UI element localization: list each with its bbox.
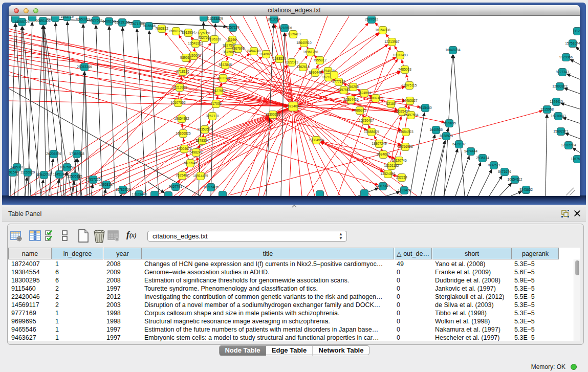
svg-text:7663822: 7663822 xyxy=(155,27,168,30)
svg-text:14055724: 14055724 xyxy=(14,20,30,24)
svg-text:7357224: 7357224 xyxy=(226,26,239,29)
svg-text:9084067: 9084067 xyxy=(377,152,390,156)
svg-text:16210643: 16210643 xyxy=(551,114,566,118)
svg-text:989014: 989014 xyxy=(180,56,191,59)
svg-text:19654982: 19654982 xyxy=(174,117,189,120)
svg-text:10543362: 10543362 xyxy=(188,41,203,45)
svg-text:8322013: 8322013 xyxy=(285,60,298,64)
svg-text:10975857: 10975857 xyxy=(59,165,75,169)
svg-text:8186328: 8186328 xyxy=(208,37,221,41)
svg-text:12213369: 12213369 xyxy=(172,85,187,89)
svg-text:19756928: 19756928 xyxy=(398,145,413,148)
svg-text:14463627: 14463627 xyxy=(402,99,418,102)
svg-text:3675685: 3675685 xyxy=(223,50,236,54)
svg-text:17359928: 17359928 xyxy=(69,152,84,156)
svg-text:28053346: 28053346 xyxy=(77,65,92,69)
svg-text:9146821: 9146821 xyxy=(259,52,273,56)
svg-text:417006: 417006 xyxy=(210,102,222,105)
svg-text:20691406: 20691406 xyxy=(35,19,51,23)
svg-text:10654112: 10654112 xyxy=(508,178,522,181)
svg-text:9245652: 9245652 xyxy=(519,188,533,191)
svg-text:15497584: 15497584 xyxy=(403,113,419,117)
svg-text:746206: 746206 xyxy=(347,85,359,89)
svg-text:2803144: 2803144 xyxy=(216,76,230,80)
svg-text:10653287: 10653287 xyxy=(75,17,91,21)
svg-text:16151132: 16151132 xyxy=(384,164,399,167)
svg-text:6466160: 6466160 xyxy=(102,19,116,23)
svg-text:2867608: 2867608 xyxy=(231,47,245,50)
svg-text:7485063: 7485063 xyxy=(398,68,411,71)
svg-text:7955812: 7955812 xyxy=(313,58,326,62)
svg-text:16961758: 16961758 xyxy=(303,50,318,54)
svg-text:16033809: 16033809 xyxy=(208,17,223,20)
svg-text:10958117: 10958117 xyxy=(99,183,114,186)
svg-text:19218506: 19218506 xyxy=(277,26,292,30)
svg-text:12093872: 12093872 xyxy=(552,84,568,88)
svg-text:7625402: 7625402 xyxy=(176,173,189,177)
svg-text:11126: 11126 xyxy=(573,29,580,33)
svg-text:15751074: 15751074 xyxy=(565,41,580,45)
svg-text:16154808: 16154808 xyxy=(375,28,390,32)
svg-text:15692971: 15692971 xyxy=(553,129,569,133)
svg-text:8938923: 8938923 xyxy=(440,134,453,138)
svg-text:26206576: 26206576 xyxy=(46,152,61,156)
svg-text:9227343: 9227343 xyxy=(556,70,569,74)
svg-text:18640910: 18640910 xyxy=(296,41,312,45)
svg-text:8912954: 8912954 xyxy=(182,31,195,34)
svg-text:1733426: 1733426 xyxy=(398,188,411,192)
svg-text:18807249: 18807249 xyxy=(372,142,387,145)
svg-text:9777169: 9777169 xyxy=(332,80,345,83)
svg-text:12923448: 12923448 xyxy=(132,192,147,196)
svg-text:2687682: 2687682 xyxy=(365,17,378,21)
svg-text:11325419: 11325419 xyxy=(286,32,301,36)
svg-text:12213967: 12213967 xyxy=(384,40,400,43)
svg-text:18300295: 18300295 xyxy=(265,113,280,116)
svg-text:15720407: 15720407 xyxy=(359,119,374,122)
svg-text:12353594: 12353594 xyxy=(197,127,212,131)
svg-text:10807487: 10807487 xyxy=(368,96,383,100)
svg-text:2935114: 2935114 xyxy=(476,156,489,160)
svg-text:16782759: 16782759 xyxy=(115,188,130,191)
svg-text:991544: 991544 xyxy=(9,170,18,174)
svg-text:9699695: 9699695 xyxy=(443,121,456,125)
svg-text:8471676: 8471676 xyxy=(498,170,511,173)
svg-text:6497568: 6497568 xyxy=(337,88,351,92)
svg-text:1588520: 1588520 xyxy=(273,57,286,60)
svg-text:252214: 252214 xyxy=(396,176,407,179)
svg-text:11156829: 11156829 xyxy=(20,170,35,174)
svg-text:6479197: 6479197 xyxy=(452,142,466,146)
svg-text:9657791: 9657791 xyxy=(169,185,182,188)
svg-text:7632621: 7632621 xyxy=(487,163,500,167)
svg-text:12942757: 12942757 xyxy=(36,173,52,177)
svg-text:1093719: 1093719 xyxy=(60,16,74,18)
svg-text:12505135: 12505135 xyxy=(67,174,82,178)
svg-text:8813054: 8813054 xyxy=(267,17,280,21)
svg-text:19384554: 19384554 xyxy=(309,138,324,142)
svg-text:17957225: 17957225 xyxy=(85,178,101,181)
svg-text:1145194: 1145194 xyxy=(53,172,66,176)
svg-text:20364436: 20364436 xyxy=(343,98,359,101)
svg-text:3878334: 3878334 xyxy=(195,139,209,142)
svg-text:9474444: 9474444 xyxy=(464,149,477,153)
svg-text:10719155: 10719155 xyxy=(115,20,130,24)
svg-text:14316141: 14316141 xyxy=(375,184,390,188)
svg-text:9990448: 9990448 xyxy=(309,71,322,74)
svg-text:3215958: 3215958 xyxy=(540,107,554,111)
svg-text:2718126: 2718126 xyxy=(176,70,189,73)
svg-text:17004676: 17004676 xyxy=(177,147,192,150)
svg-text:9129966: 9129966 xyxy=(559,55,573,59)
svg-text:9115460: 9115460 xyxy=(419,106,432,110)
svg-text:6409948: 6409948 xyxy=(184,161,197,165)
svg-text:8960124: 8960124 xyxy=(169,29,183,33)
svg-text:19166826: 19166826 xyxy=(176,132,191,135)
svg-text:13654923: 13654923 xyxy=(398,130,413,134)
svg-text:16648784: 16648784 xyxy=(445,48,461,52)
svg-text:3624554: 3624554 xyxy=(358,91,371,95)
svg-text:10973493: 10973493 xyxy=(393,53,408,57)
svg-text:1167533: 1167533 xyxy=(571,157,580,161)
svg-text:3267110: 3267110 xyxy=(206,114,219,118)
svg-text:15716485: 15716485 xyxy=(203,185,219,189)
svg-text:12975115: 12975115 xyxy=(402,83,417,87)
svg-text:8454749: 8454749 xyxy=(247,49,260,53)
svg-text:1244415: 1244415 xyxy=(550,100,563,103)
